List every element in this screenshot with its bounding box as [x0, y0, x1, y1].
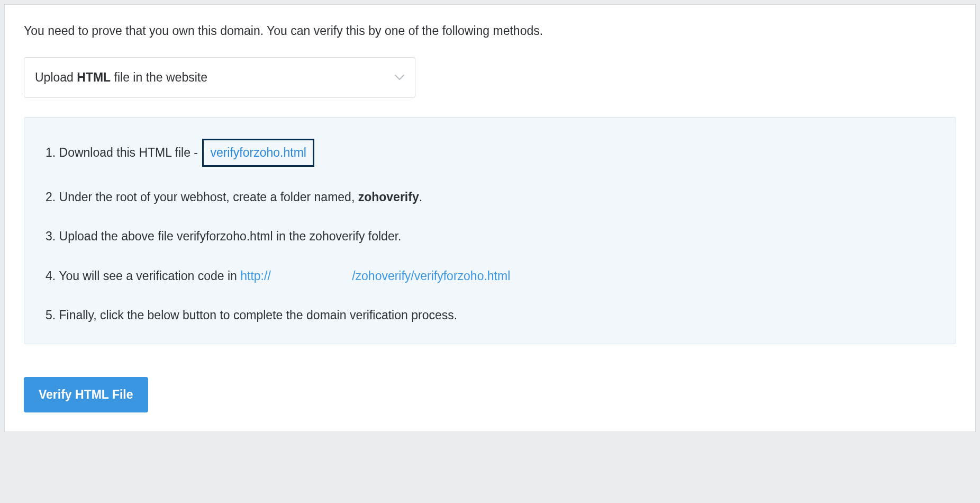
step-4: 4. You will see a verification code in h…: [46, 267, 934, 285]
verification-url-link[interactable]: http:// /zohoverify/verifyforzoho.html: [240, 269, 510, 283]
verification-panel: You need to prove that you own this doma…: [4, 4, 976, 432]
download-file-link-box[interactable]: verifyforzoho.html: [202, 139, 314, 167]
intro-text: You need to prove that you own this doma…: [24, 24, 956, 38]
instructions-panel: 1. Download this HTML file - verifyforzo…: [24, 117, 956, 344]
step-2: 2. Under the root of your webhost, creat…: [46, 188, 934, 206]
download-file-link: verifyforzoho.html: [210, 146, 306, 159]
chevron-down-icon: [395, 73, 404, 83]
step-3: 3. Upload the above file verifyforzoho.h…: [46, 227, 934, 246]
method-select-label: Upload HTML file in the website: [35, 70, 207, 85]
verify-html-file-button[interactable]: Verify HTML File: [24, 377, 148, 412]
step-1: 1. Download this HTML file - verifyforzo…: [46, 139, 934, 167]
step-5: 5. Finally, click the below button to co…: [46, 306, 934, 325]
verification-method-select[interactable]: Upload HTML file in the website: [24, 57, 415, 98]
